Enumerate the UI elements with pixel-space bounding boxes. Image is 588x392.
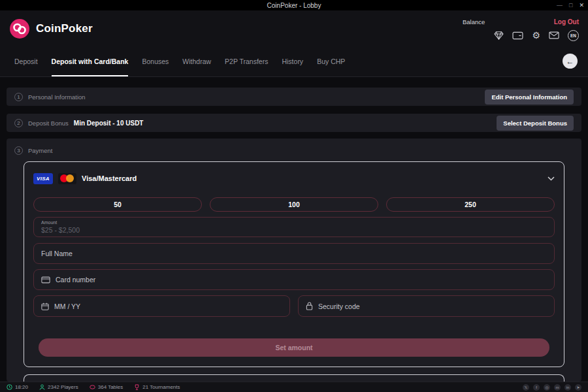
- language-selector[interactable]: EN: [568, 30, 579, 41]
- linkedin-icon[interactable]: in: [564, 384, 571, 391]
- brand-name: CoinPoker: [36, 22, 93, 35]
- full-name-input[interactable]: [41, 250, 547, 257]
- expiry-input[interactable]: [54, 302, 282, 310]
- social-links: 𝕏 f ◎ m in ➤: [523, 384, 581, 391]
- edit-personal-information-button[interactable]: Edit Personal Information: [485, 90, 574, 105]
- mail-icon[interactable]: [549, 31, 559, 39]
- personal-information-section: 1 Personal Information Edit Personal Inf…: [7, 88, 581, 106]
- trophy-icon: [134, 384, 140, 390]
- back-button[interactable]: ←: [563, 54, 578, 69]
- tab-deposit-card-bank[interactable]: Deposit with Card/Bank: [52, 47, 129, 76]
- preset-amount-button[interactable]: 50: [33, 197, 202, 212]
- tab-deposit[interactable]: Deposit: [14, 47, 38, 76]
- expiry-field[interactable]: [33, 295, 290, 317]
- logout-link[interactable]: Log Out: [554, 18, 579, 25]
- calendar-icon: [41, 302, 49, 310]
- step-label-payment: Payment: [28, 147, 53, 154]
- close-button[interactable]: ✕: [579, 0, 584, 10]
- tables-icon: [90, 384, 95, 390]
- players-icon: [39, 384, 45, 390]
- amount-field-label: Amount: [41, 220, 547, 225]
- cashier-nav: Deposit Deposit with Card/Bank Bonuses W…: [0, 47, 588, 77]
- twitter-x-icon[interactable]: 𝕏: [523, 384, 529, 391]
- step-number-1: 1: [14, 93, 23, 101]
- players-count: 2342 Players: [39, 384, 78, 390]
- step-personal: 1 Personal Information: [14, 93, 86, 101]
- instagram-icon[interactable]: ◎: [544, 384, 550, 391]
- payment-method-header[interactable]: VISA Visa/Mastercard: [33, 170, 555, 187]
- amount-input[interactable]: [41, 225, 547, 234]
- min-deposit-info: Min Deposit - 10 USDT: [74, 120, 144, 127]
- chevron-down-icon: [547, 176, 555, 181]
- tab-withdraw[interactable]: Withdraw: [182, 47, 211, 76]
- minimize-button[interactable]: —: [557, 0, 563, 10]
- window-controls: — □ ✕: [557, 0, 584, 10]
- step-number-3: 3: [14, 146, 23, 155]
- gem-icon[interactable]: [494, 31, 504, 40]
- step-bonus: 2 Deposit Bonus: [14, 119, 69, 127]
- clock-icon: [7, 384, 12, 390]
- tab-bonuses[interactable]: Bonuses: [142, 47, 169, 76]
- facebook-icon[interactable]: f: [533, 384, 540, 391]
- tab-p2p-transfers[interactable]: P2P Transfers: [225, 47, 268, 76]
- deposit-bonus-section: 2 Deposit Bonus Min Deposit - 10 USDT Se…: [7, 114, 581, 132]
- card-number-field[interactable]: [33, 269, 555, 290]
- step-label-personal: Personal Information: [28, 93, 86, 101]
- brand: CoinPoker: [9, 18, 93, 39]
- payment-method-label: Visa/Mastercard: [82, 174, 137, 182]
- step-payment: 3 Payment: [7, 139, 581, 155]
- server-time: 18:20: [7, 384, 28, 390]
- settings-gear-icon[interactable]: ⚙: [532, 31, 540, 40]
- app-header: CoinPoker Balance Log Out ⚙: [0, 10, 588, 47]
- tab-history[interactable]: History: [282, 47, 303, 76]
- preset-amount-button[interactable]: 100: [210, 197, 378, 212]
- coinpoker-logo-icon: [9, 18, 30, 39]
- mastercard-icon: [58, 173, 76, 184]
- step-number-2: 2: [14, 119, 23, 127]
- lock-icon: [306, 302, 313, 310]
- next-payment-method-panel[interactable]: [24, 374, 564, 382]
- status-bar: 18:20 2342 Players 364 Tables 21 Tournam…: [0, 382, 588, 392]
- cashier-card-icon[interactable]: [512, 31, 523, 40]
- preset-amount-button[interactable]: 250: [386, 197, 555, 212]
- amount-field[interactable]: Amount: [33, 217, 555, 237]
- full-name-field[interactable]: [33, 243, 555, 264]
- payment-section: 3 Payment VISA Visa/Mastercard 50 100 25…: [7, 139, 581, 382]
- header-right: Balance Log Out ⚙: [463, 17, 579, 41]
- visa-icon: VISA: [33, 173, 53, 184]
- maximize-button[interactable]: □: [569, 0, 572, 10]
- tables-count: 364 Tables: [90, 384, 123, 390]
- card-number-input[interactable]: [56, 276, 547, 284]
- medium-icon[interactable]: m: [554, 384, 561, 391]
- telegram-icon[interactable]: ➤: [575, 384, 581, 391]
- select-deposit-bonus-button[interactable]: Select Deposit Bonus: [497, 116, 574, 131]
- preset-amounts: 50 100 250: [33, 197, 555, 212]
- window-title: CoinPoker - Lobby: [267, 2, 321, 9]
- security-code-input[interactable]: [318, 302, 547, 310]
- step-label-bonus: Deposit Bonus: [28, 120, 69, 127]
- window-titlebar: CoinPoker - Lobby — □ ✕: [0, 0, 588, 10]
- security-code-field[interactable]: [298, 295, 555, 317]
- tab-buy-chp[interactable]: Buy CHP: [317, 47, 345, 76]
- balance-label: Balance: [463, 18, 485, 25]
- visa-mastercard-panel: VISA Visa/Mastercard 50 100 250 Amount: [24, 161, 564, 367]
- set-amount-button[interactable]: Set amount: [39, 338, 549, 357]
- credit-card-icon: [41, 276, 50, 284]
- tournaments-count: 21 Tournaments: [134, 384, 180, 390]
